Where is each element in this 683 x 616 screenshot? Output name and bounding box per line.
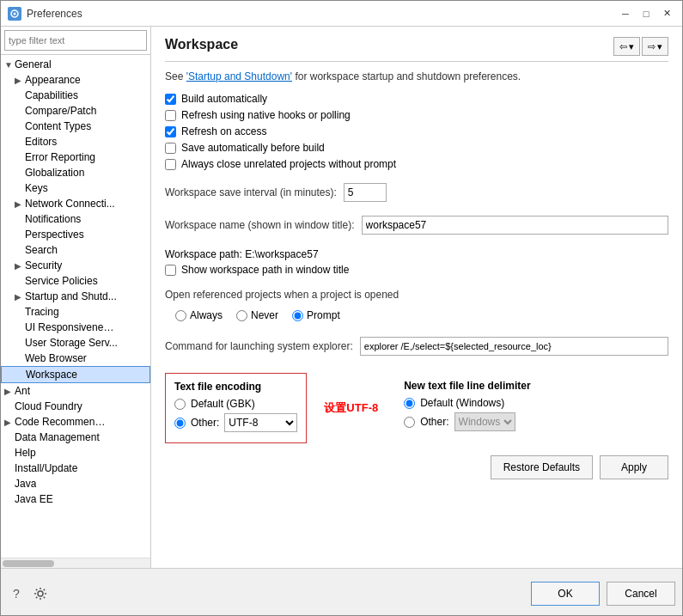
- tree-item-data-mgmt[interactable]: Data Management: [1, 430, 150, 445]
- back-dropdown: ▾: [629, 41, 634, 52]
- spacer-workspace: [15, 370, 26, 380]
- tree-item-ui-resp[interactable]: UI Responsiveness...: [1, 320, 150, 335]
- newline-default-radio[interactable]: [404, 398, 415, 409]
- tree-item-editors[interactable]: Editors: [1, 134, 150, 149]
- utf8-annotation: 设置UTF-8: [324, 400, 378, 416]
- workspace-name-input[interactable]: [362, 216, 668, 235]
- encoding-section: Text file encoding Default (GBK) Other: …: [165, 373, 668, 443]
- tree-item-compare-patch[interactable]: Compare/Patch: [1, 103, 150, 119]
- tree-item-globalization[interactable]: Globalization: [1, 165, 150, 180]
- newline-box: New text file line delimiter Default (Wi…: [395, 373, 539, 443]
- forward-button[interactable]: ⇨ ▾: [642, 37, 668, 56]
- refresh-native-checkbox[interactable]: [165, 110, 176, 121]
- spacer-editors: [15, 137, 25, 147]
- command-label: Command for launching system explorer:: [165, 340, 353, 352]
- tree-item-tracing[interactable]: Tracing: [1, 304, 150, 320]
- tree-label-persp: Perspectives: [25, 229, 84, 241]
- checkbox-save-before: Save automatically before build: [165, 142, 668, 154]
- tree-item-notifications[interactable]: Notifications: [1, 211, 150, 227]
- save-interval-label: Workspace save interval (in minutes):: [165, 186, 337, 198]
- tree-label-notif: Notifications: [25, 213, 81, 225]
- newline-default-row: Default (Windows): [404, 397, 530, 409]
- tree-item-code-recommenders[interactable]: ▶ Code Recommenders: [1, 414, 150, 430]
- tree-item-cloud-foundry[interactable]: Cloud Foundry: [1, 399, 150, 414]
- radio-never-input[interactable]: [236, 310, 247, 321]
- back-button[interactable]: ⇦ ▾: [613, 37, 640, 56]
- minimize-button[interactable]: ─: [617, 5, 634, 22]
- spacer-capabilities: [15, 91, 25, 101]
- encoding-default-radio[interactable]: [174, 399, 186, 410]
- checkbox-refresh-access: Refresh on access: [165, 125, 668, 137]
- tree-item-java-ee[interactable]: Java EE: [1, 491, 150, 507]
- tree-item-install-update[interactable]: Install/Update: [1, 460, 150, 476]
- forward-icon: ⇨: [648, 41, 656, 52]
- save-interval-row: Workspace save interval (in minutes):: [165, 183, 668, 202]
- main-content: ▼ General ▶ Appearance Capabilities Comp…: [1, 27, 682, 568]
- tree-item-content-types[interactable]: Content Types: [1, 119, 150, 134]
- newline-select[interactable]: Windows Unix Mac: [454, 412, 515, 431]
- encoding-other-radio[interactable]: [174, 418, 186, 429]
- refresh-access-checkbox[interactable]: [165, 126, 176, 137]
- tree-label-network: Network Connecti...: [25, 198, 115, 210]
- tree-item-general[interactable]: ▼ General: [1, 57, 150, 72]
- encoding-select[interactable]: UTF-8 ISO-8859-1 UTF-16: [224, 413, 297, 432]
- tree-label-search: Search: [25, 244, 58, 256]
- filter-input[interactable]: [4, 30, 147, 51]
- tree-item-web-browser[interactable]: Web Browser: [1, 351, 150, 366]
- encoding-default-label: Default (GBK): [191, 398, 255, 410]
- newline-other-row: Other: Windows Unix Mac: [404, 412, 530, 431]
- tree-item-network[interactable]: ▶ Network Connecti...: [1, 196, 150, 211]
- radio-always-input[interactable]: [175, 310, 186, 321]
- save-before-checkbox[interactable]: [165, 143, 176, 154]
- spacer-web: [15, 354, 25, 363]
- radio-never: Never: [236, 309, 278, 321]
- panel-description: See 'Startup and Shutdown' for workspace…: [165, 70, 668, 82]
- apply-button[interactable]: Apply: [600, 455, 668, 479]
- help-icon[interactable]: ?: [8, 585, 25, 602]
- tree-item-search[interactable]: Search: [1, 242, 150, 258]
- spacer-content: [15, 122, 25, 131]
- restore-defaults-button[interactable]: Restore Defaults: [491, 455, 593, 479]
- encoding-other-row: Other: UTF-8 ISO-8859-1 UTF-16: [174, 413, 297, 432]
- tree-item-user-storage[interactable]: User Storage Serv...: [1, 335, 150, 351]
- tree-item-help[interactable]: Help: [1, 445, 150, 460]
- tree-item-security[interactable]: ▶ Security: [1, 258, 150, 273]
- spacer-notif: [15, 215, 25, 224]
- cancel-button[interactable]: Cancel: [607, 582, 675, 606]
- spacer-iu: [4, 464, 15, 473]
- tree-item-keys[interactable]: Keys: [1, 180, 150, 196]
- spacer-compare: [15, 107, 25, 116]
- workspace-path-label: Workspace path:: [165, 248, 245, 260]
- refresh-access-label: Refresh on access: [181, 125, 266, 137]
- radio-prompt-input[interactable]: [292, 310, 303, 321]
- always-close-checkbox[interactable]: [165, 159, 176, 170]
- maximize-button[interactable]: □: [637, 5, 655, 22]
- tree-item-service-policies[interactable]: Service Policies: [1, 273, 150, 289]
- tree-item-startup[interactable]: ▶ Startup and Shutd...: [1, 289, 150, 304]
- startup-shutdown-link[interactable]: 'Startup and Shutdown': [186, 70, 292, 82]
- spacer-keys: [15, 184, 25, 193]
- newline-other-label: Other:: [420, 416, 448, 428]
- command-input[interactable]: [360, 337, 668, 356]
- build-auto-checkbox[interactable]: [165, 94, 176, 105]
- spacer-java: [4, 479, 15, 489]
- tree-item-capabilities[interactable]: Capabilities: [1, 88, 150, 103]
- newline-title: New text file line delimiter: [404, 380, 530, 392]
- tree-item-perspectives[interactable]: Perspectives: [1, 227, 150, 242]
- newline-other-radio[interactable]: [404, 417, 415, 428]
- tree-item-java[interactable]: Java: [1, 476, 150, 491]
- spacer-ui: [15, 323, 25, 332]
- horiz-scroll-thumb: [3, 560, 54, 567]
- tree-label-appearance: Appearance: [25, 74, 81, 86]
- tree-item-ant[interactable]: ▶ Ant: [1, 383, 150, 399]
- tree-item-workspace[interactable]: Workspace: [1, 366, 150, 383]
- nav-arrows: ⇦ ▾ ⇨ ▾: [613, 37, 668, 56]
- horiz-scrollbar[interactable]: [1, 558, 150, 568]
- tree-item-appearance[interactable]: ▶ Appearance: [1, 72, 150, 88]
- show-path-checkbox[interactable]: [165, 265, 176, 276]
- save-interval-input[interactable]: [344, 183, 387, 202]
- close-button[interactable]: ✕: [658, 5, 675, 22]
- settings-icon[interactable]: [32, 585, 49, 602]
- ok-button[interactable]: OK: [531, 582, 600, 606]
- tree-item-error-reporting[interactable]: Error Reporting: [1, 149, 150, 165]
